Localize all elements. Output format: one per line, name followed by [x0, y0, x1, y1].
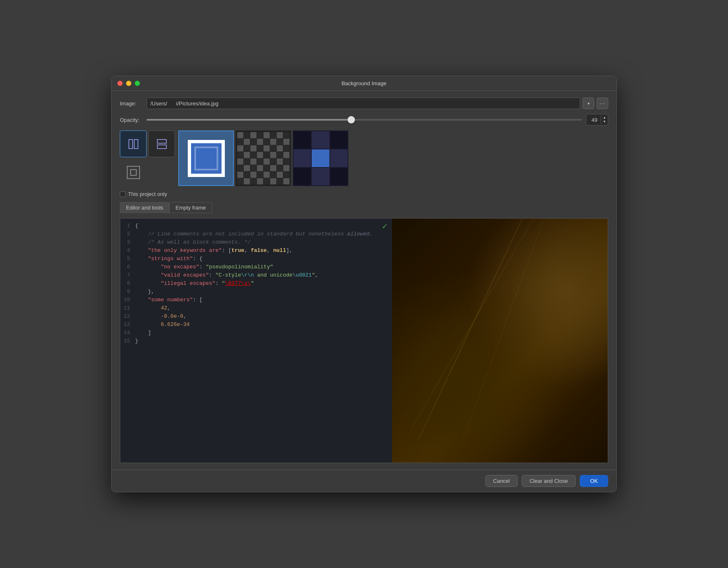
- mosaic-cell: [312, 131, 329, 149]
- dialog-title: Background Image: [341, 80, 386, 86]
- mosaic-cell: [330, 131, 348, 149]
- code-line-15: 15 }: [120, 337, 392, 345]
- spinner-down[interactable]: ▼: [601, 120, 608, 124]
- preview-section: [120, 130, 608, 186]
- ok-button[interactable]: OK: [580, 475, 608, 487]
- image-path-container: ▾ ···: [147, 98, 608, 109]
- title-bar: Background Image: [112, 76, 616, 91]
- mosaic-cell: [330, 149, 348, 167]
- chevron-down-icon: ▾: [588, 101, 590, 106]
- maximize-button[interactable]: [135, 81, 140, 86]
- code-line-5: 5 "strings with": {: [120, 255, 392, 263]
- bg-line-3: [460, 219, 544, 448]
- background-image-dialog: Background Image Image: ▾ ··· Opacity:: [111, 76, 617, 492]
- slider-thumb[interactable]: [348, 116, 355, 123]
- code-line-9: 9 },: [120, 288, 392, 296]
- layout-vertical-btn[interactable]: [120, 130, 147, 157]
- mosaic-cell: [312, 168, 329, 185]
- mosaic-cell: [330, 168, 348, 185]
- mosaic-cell: [294, 149, 311, 167]
- code-line-13: 13 6.626e-34: [120, 321, 392, 329]
- svg-rect-1: [134, 140, 138, 149]
- dialog-body: Image: ▾ ··· Opacity: 49 ▲: [112, 91, 616, 470]
- dialog-footer: Cancel Clear and Close OK: [112, 470, 616, 492]
- image-row: Image: ▾ ···: [120, 98, 608, 109]
- ellipsis-icon: ···: [600, 100, 606, 107]
- svg-rect-4: [127, 166, 140, 179]
- bg-line-2: [410, 219, 533, 430]
- background-preview: [392, 219, 608, 463]
- clear-and-close-button[interactable]: Clear and Close: [522, 475, 576, 487]
- minimize-button[interactable]: [126, 81, 131, 86]
- code-line-1: 1 {: [120, 222, 392, 230]
- tab-bar: Editor and tools Empty frame: [120, 202, 608, 213]
- preview-blue-thumb[interactable]: [178, 130, 234, 186]
- tab-empty-frame[interactable]: Empty frame: [169, 202, 212, 213]
- project-only-label: This project only: [128, 191, 167, 197]
- bg-line-1: [418, 219, 523, 440]
- blue-inner-frame: [188, 140, 225, 177]
- center-icon: [126, 165, 141, 180]
- svg-rect-0: [129, 140, 133, 149]
- code-line-6: 6 "no excapes": "pseudopolinomiality": [120, 263, 392, 271]
- mosaic-cell: [294, 131, 311, 149]
- code-line-11: 11 42,: [120, 304, 392, 312]
- editor-section: ✓ 1 { 2 // Line comments are not include…: [120, 218, 608, 463]
- code-line-14: 14 ]: [120, 329, 392, 337]
- project-only-checkbox-label[interactable]: This project only: [120, 191, 167, 197]
- code-lines: 1 { 2 // Line comments are not included …: [120, 219, 392, 349]
- svg-rect-2: [157, 140, 166, 143]
- project-only-checkbox[interactable]: [120, 191, 126, 197]
- validation-check-icon: ✓: [382, 222, 388, 231]
- code-line-8: 8 "illegal escapes": "\0377\x\": [120, 279, 392, 288]
- mosaic-cell: [312, 149, 329, 167]
- mosaic-cell: [294, 168, 311, 185]
- center-icon-btn[interactable]: [120, 159, 147, 186]
- code-editor[interactable]: ✓ 1 { 2 // Line comments are not include…: [120, 219, 392, 463]
- layout-buttons: [120, 130, 175, 186]
- svg-rect-5: [131, 170, 136, 175]
- layout-vertical-icon: [127, 138, 140, 150]
- preview-pattern-thumb[interactable]: [236, 130, 291, 186]
- close-button[interactable]: [117, 81, 123, 86]
- spinner-up[interactable]: ▲: [601, 116, 608, 120]
- code-line-10: 10 "some numbers": [: [120, 296, 392, 304]
- layout-horizontal-btn[interactable]: [148, 130, 175, 157]
- svg-rect-3: [157, 145, 166, 149]
- preview-mosaic-thumb[interactable]: [293, 130, 348, 186]
- layout-row-top: [120, 130, 175, 157]
- slider-fill: [147, 119, 351, 121]
- code-line-7: 7 "valid escapes": "C-style\r\n and unic…: [120, 271, 392, 279]
- preview-thumbnails: [178, 130, 348, 186]
- opacity-slider[interactable]: [147, 119, 582, 121]
- code-line-12: 12 -0.0e-0,: [120, 312, 392, 321]
- opacity-spinner: 49 ▲ ▼: [586, 114, 608, 126]
- cancel-button[interactable]: Cancel: [485, 475, 518, 487]
- bg-lines: [392, 219, 608, 463]
- layout-row-bottom: [120, 159, 175, 186]
- layout-horizontal-icon: [156, 138, 168, 150]
- options-row: This project only: [120, 191, 608, 197]
- spinner-arrows: ▲ ▼: [601, 116, 608, 124]
- code-line-2: 2 // Line comments are not included in s…: [120, 230, 392, 238]
- code-line-3: 3 /* As well as block comments. */: [120, 238, 392, 247]
- opacity-value: 49: [586, 117, 601, 123]
- window-controls: [117, 81, 140, 86]
- opacity-label: Opacity:: [120, 117, 142, 123]
- code-line-4: 4 "the only keywords are": [true, false,…: [120, 247, 392, 255]
- tab-editor-tools[interactable]: Editor and tools: [120, 202, 169, 213]
- image-label: Image:: [120, 100, 142, 107]
- image-path-input[interactable]: [147, 98, 580, 109]
- dropdown-button[interactable]: ▾: [583, 98, 594, 109]
- browse-button[interactable]: ···: [597, 98, 608, 109]
- opacity-row: Opacity: 49 ▲ ▼: [120, 114, 608, 126]
